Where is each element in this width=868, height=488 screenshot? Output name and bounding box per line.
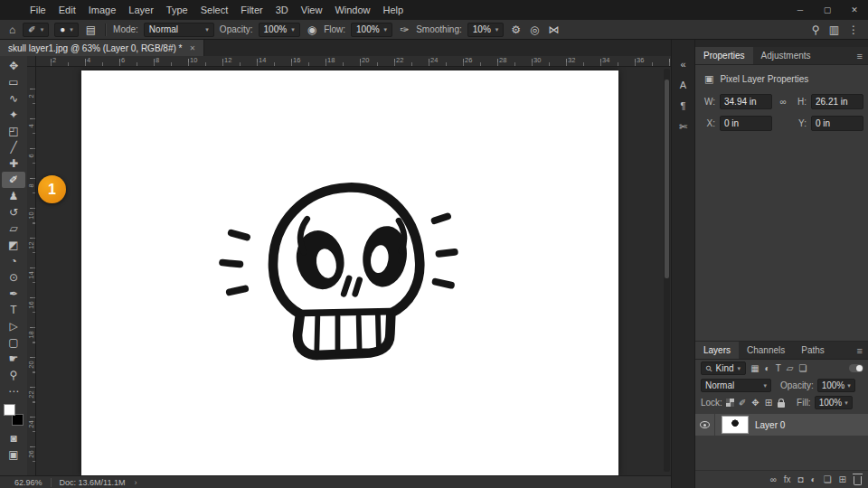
dodge-tool[interactable]: ⊙ xyxy=(2,269,25,286)
quick-selection-tool[interactable]: ✦ xyxy=(2,107,25,123)
paint-symmetry-icon[interactable]: ⋈ xyxy=(547,21,561,39)
paragraph-panel-icon[interactable]: ¶ xyxy=(674,97,693,115)
layer-blend-mode-select[interactable]: Normal ▾ xyxy=(701,379,771,392)
panel-tab[interactable]: Channels xyxy=(739,342,793,359)
scissors-panel-icon[interactable]: ✄ xyxy=(674,117,693,136)
y-field[interactable]: 0 in xyxy=(811,116,863,131)
scrollbar-thumb[interactable] xyxy=(665,80,669,278)
brush-size-picker[interactable]: ● ▾ xyxy=(54,23,79,37)
pressure-opacity-icon[interactable]: ◉ xyxy=(306,21,318,39)
layer-opacity-select[interactable]: 100% ▾ xyxy=(817,379,855,392)
foreground-color-swatch[interactable] xyxy=(4,404,15,416)
menu-item[interactable]: Type xyxy=(160,0,194,20)
adjustment-layer-icon[interactable]: ◐ xyxy=(811,474,816,484)
brush-settings-panel-icon[interactable]: ▤ xyxy=(84,21,98,39)
path-selection-tool[interactable]: ▷ xyxy=(2,318,25,334)
filter-pixel-layers-icon[interactable]: ▦ xyxy=(750,363,760,373)
clone-stamp-tool[interactable]: ♟ xyxy=(2,188,25,204)
panel-tab[interactable]: Layers xyxy=(695,342,739,359)
layer-style-icon[interactable]: fx xyxy=(784,474,791,484)
canvas-scrollbar[interactable] xyxy=(664,69,670,472)
panel-menu-icon[interactable]: ≡ xyxy=(851,342,868,359)
pressure-size-icon[interactable]: ◎ xyxy=(528,21,541,39)
menu-item[interactable]: Select xyxy=(194,0,235,20)
gear-icon[interactable]: ⚙ xyxy=(509,21,523,39)
gradient-tool[interactable]: ◩ xyxy=(2,237,25,253)
link-dimensions-icon[interactable]: ∞ xyxy=(775,97,791,107)
lock-all-icon[interactable] xyxy=(778,402,785,408)
minimize-button[interactable]: ─ xyxy=(787,0,814,20)
lock-artboard-icon[interactable]: ⊞ xyxy=(764,398,773,408)
lock-position-icon[interactable]: ✥ xyxy=(750,398,760,408)
layer-thumbnail[interactable] xyxy=(722,416,749,434)
menu-item[interactable]: Layer xyxy=(122,0,160,20)
menu-item[interactable]: Filter xyxy=(234,0,269,20)
status-chevron-icon[interactable]: › xyxy=(134,478,137,487)
menu-item[interactable]: Window xyxy=(328,0,376,20)
filter-smart-objects-icon[interactable]: ❏ xyxy=(797,363,807,373)
screen-mode-icon[interactable]: ▣ xyxy=(2,446,25,463)
workspace-switcher-icon[interactable]: ▥ xyxy=(827,21,841,39)
history-brush-tool[interactable]: ↺ xyxy=(2,204,25,221)
spot-healing-brush-tool[interactable]: ✚ xyxy=(2,155,25,172)
blur-tool[interactable]: ◔ xyxy=(2,253,25,269)
color-swatches[interactable] xyxy=(4,404,24,426)
canvas[interactable] xyxy=(81,70,618,475)
smoothing-select[interactable]: 10% ▾ xyxy=(467,23,505,37)
filter-shape-layers-icon[interactable]: ▱ xyxy=(786,363,795,373)
flow-select[interactable]: 100% ▾ xyxy=(351,23,392,37)
search-icon[interactable]: ⚲ xyxy=(810,21,822,39)
lock-pixels-icon[interactable]: ✐ xyxy=(738,398,747,408)
rectangle-tool[interactable]: ▢ xyxy=(2,334,25,351)
opacity-select[interactable]: 100% ▾ xyxy=(259,23,300,37)
home-icon[interactable]: ⌂ xyxy=(7,21,17,39)
filter-kind-select[interactable]: ⚲ Kind ▾ xyxy=(701,361,746,375)
width-field[interactable]: 34.94 in xyxy=(720,94,772,109)
move-tool[interactable]: ✥ xyxy=(2,58,25,74)
delete-layer-icon[interactable] xyxy=(854,476,862,485)
pen-tool[interactable]: ✒ xyxy=(2,286,25,302)
character-panel-icon[interactable]: A xyxy=(674,76,693,94)
eraser-tool[interactable]: ▱ xyxy=(2,221,25,237)
lasso-tool[interactable]: ∿ xyxy=(2,90,25,107)
quick-mask-icon[interactable]: ◙ xyxy=(2,430,25,446)
close-icon[interactable]: ✕ xyxy=(189,44,195,52)
menu-item[interactable]: View xyxy=(295,0,329,20)
menu-item[interactable]: Image xyxy=(82,0,123,20)
lock-transparency-icon[interactable] xyxy=(726,399,734,407)
brush-tool[interactable]: ✐ xyxy=(2,172,25,188)
document-tab[interactable]: skull layer1.jpg @ 63% (Layer 0, RGB/8#)… xyxy=(0,40,204,56)
menu-item[interactable]: 3D xyxy=(269,0,295,20)
close-button[interactable]: ✕ xyxy=(841,0,868,20)
layer-row[interactable]: Layer 0 xyxy=(695,414,868,436)
type-tool[interactable]: T xyxy=(2,302,25,318)
new-layer-icon[interactable]: ⊞ xyxy=(839,474,846,484)
panel-menu-icon[interactable]: ≡ xyxy=(851,47,868,64)
panel-tab[interactable]: Adjustments xyxy=(753,47,819,64)
extras-menu-icon[interactable]: ⋮ xyxy=(846,21,861,39)
menu-item[interactable]: Help xyxy=(377,0,410,20)
visibility-cell[interactable] xyxy=(695,414,715,436)
zoom-level[interactable]: 62.96% xyxy=(0,478,42,487)
tool-preset-picker[interactable]: ✐ ▾ xyxy=(23,23,49,37)
menu-item[interactable]: Edit xyxy=(52,0,82,20)
panel-tab[interactable]: Paths xyxy=(793,342,833,359)
airbrush-icon[interactable]: ✑ xyxy=(398,21,410,39)
x-field[interactable]: 0 in xyxy=(720,116,772,131)
crop-tool[interactable]: ◰ xyxy=(2,123,25,139)
filter-adjustment-layers-icon[interactable]: ◐ xyxy=(764,363,771,373)
new-group-icon[interactable]: ❏ xyxy=(824,474,832,484)
edit-toolbar-icon[interactable]: ⋯ xyxy=(2,383,25,399)
filter-toggle-switch[interactable] xyxy=(849,364,863,372)
blend-mode-select[interactable]: Normal ▾ xyxy=(144,23,214,37)
link-layers-icon[interactable]: ∞ xyxy=(770,474,777,484)
panel-tab[interactable]: Properties xyxy=(695,47,753,64)
layer-fill-select[interactable]: 100% ▾ xyxy=(815,396,853,409)
menu-item[interactable]: File xyxy=(24,0,52,20)
eyedropper-tool[interactable]: ╱ xyxy=(2,139,25,155)
filter-type-layers-icon[interactable]: T xyxy=(775,363,782,373)
maximize-button[interactable]: ▢ xyxy=(814,0,841,20)
hand-tool[interactable]: ☛ xyxy=(2,351,25,367)
add-mask-icon[interactable]: ◘ xyxy=(798,474,804,484)
height-field[interactable]: 26.21 in xyxy=(811,94,863,109)
